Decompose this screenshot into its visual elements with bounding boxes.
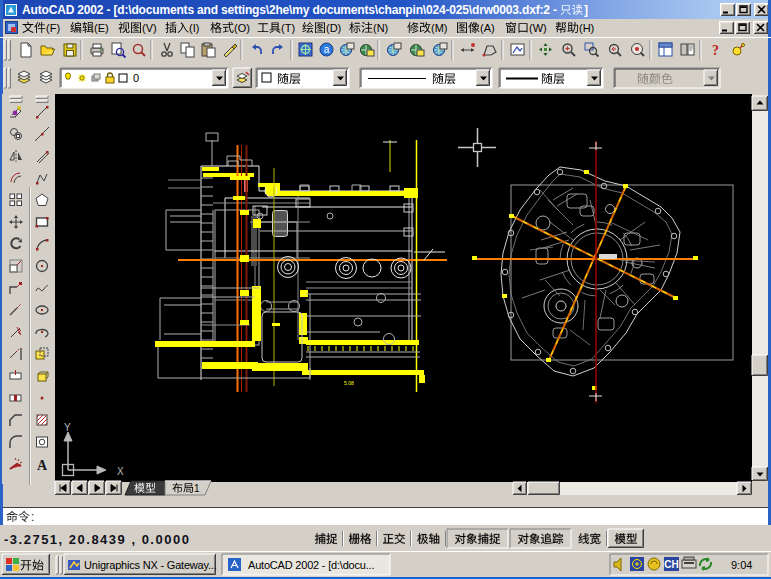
svg-text:Y: Y	[64, 422, 71, 433]
svg-text:CH: CH	[664, 559, 678, 570]
svg-text:5.08: 5.08	[344, 380, 354, 386]
svg-text:AutoCAD 2002 - [d:\docu...: AutoCAD 2002 - [d:\docu...	[248, 559, 374, 571]
svg-text:9:04: 9:04	[731, 559, 752, 571]
svg-text:X: X	[117, 466, 124, 477]
svg-text:Unigraphics NX - Gateway...: Unigraphics NX - Gateway...	[84, 559, 217, 571]
